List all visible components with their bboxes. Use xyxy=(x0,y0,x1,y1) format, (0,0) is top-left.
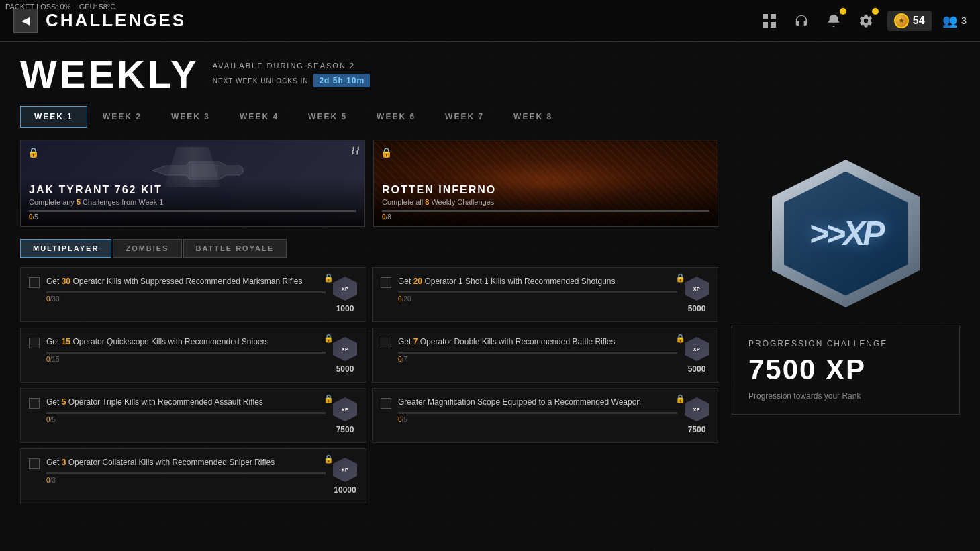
challenge-xp-hex-5: XP xyxy=(333,397,357,421)
player-icon: 👥 xyxy=(942,13,957,28)
mode-tab-zombies[interactable]: ZOMBIES xyxy=(113,239,181,258)
week-tab-3[interactable]: WEEK 3 xyxy=(157,106,224,128)
challenge-xp-hex-1: XP xyxy=(333,277,357,301)
notification-icon[interactable] xyxy=(823,10,844,32)
challenge-xp-value-7: 10000 xyxy=(334,485,356,495)
challenge-info-3: Get 15 Operator Quickscope Kills with Re… xyxy=(46,336,326,363)
back-icon: ◀ xyxy=(21,14,30,27)
mode-tab-multiplayer[interactable]: MULTIPLAYER xyxy=(20,239,111,258)
challenge-progress-bar-6 xyxy=(398,412,677,414)
jak-tyrant-info: JAK TYRANT 762 KIT Complete any 5 Challe… xyxy=(21,177,364,226)
challenge-xp-value-3: 5000 xyxy=(336,364,354,374)
week-tab-2[interactable]: WEEK 2 xyxy=(89,106,156,128)
challenge-info-5: Get 5 Operator Triple Kills with Recomme… xyxy=(46,397,326,423)
challenge-num-7: 3 xyxy=(62,458,66,467)
challenge-progress-text-7: 0/3 xyxy=(46,477,326,484)
challenge-progress-text-2: 0/20 xyxy=(398,295,677,303)
coin-currency[interactable]: ★ 54 xyxy=(887,11,932,31)
main-content: WEEKLY AVAILABLE DURING SEASON 2 NEXT WE… xyxy=(0,42,980,551)
challenge-item-5: Get 5 Operator Triple Kills with Recomme… xyxy=(20,388,366,443)
challenge-xp-hex-2: XP xyxy=(685,277,709,301)
challenge-item-1: Get 30 Operator Kills with Suppressed Re… xyxy=(20,267,366,322)
headphones-icon[interactable] xyxy=(791,10,812,32)
svg-rect-4 xyxy=(191,164,218,177)
jak-tyrant-progress-bar xyxy=(29,210,356,212)
challenge-progress-text-4: 0/7 xyxy=(398,356,677,363)
reward-card-jak-tyrant[interactable]: 🔒 ⌇⌇ JAK TYRANT 762 KIT Complete an xyxy=(20,140,365,227)
challenge-num-5: 5 xyxy=(62,397,66,407)
challenge-xp-badge-5: XP xyxy=(332,397,358,422)
challenge-progress-text-6: 0/5 xyxy=(398,416,677,423)
challenge-checkbox-1[interactable] xyxy=(29,277,40,288)
challenge-progress-text-5: 0/5 xyxy=(46,416,326,423)
svg-rect-0 xyxy=(763,14,768,19)
challenge-checkbox-5[interactable] xyxy=(29,398,40,409)
player-badge[interactable]: 👥 3 xyxy=(942,13,967,28)
challenge-xp-value-2: 5000 xyxy=(688,304,706,313)
inferno-progress-bar xyxy=(382,210,709,212)
challenge-info-4: Get 7 Operator Double Kills with Recomme… xyxy=(398,336,677,363)
hex-inner: >>XP xyxy=(784,172,908,296)
challenge-text-5: Get 5 Operator Triple Kills with Recomme… xyxy=(46,397,326,408)
week-tab-5[interactable]: WEEK 5 xyxy=(294,106,361,128)
challenge-num-1: 30 xyxy=(62,277,70,286)
challenge-xp-hex-6: XP xyxy=(685,397,709,421)
mode-tab-battle-royale[interactable]: BATTLE ROYALE xyxy=(183,239,287,258)
challenge-checkbox-3[interactable] xyxy=(29,338,40,348)
challenge-xp-badge-6: XP xyxy=(684,397,709,422)
gpu-temp: GPU: 58°C xyxy=(79,3,116,11)
progression-card: PROGRESSION CHALLENGE 7500 XP Progressio… xyxy=(732,325,960,415)
topbar: ◀ CHALLENGES xyxy=(0,0,980,42)
challenge-text-2: Get 20 Operator 1 Shot 1 Kills with Reco… xyxy=(398,276,677,287)
progression-xp: 7500 XP xyxy=(748,354,943,386)
week-tab-6[interactable]: WEEK 6 xyxy=(362,106,430,128)
svg-rect-2 xyxy=(763,22,768,28)
xp-emblem-text: >>XP xyxy=(809,214,882,253)
svg-rect-3 xyxy=(771,22,776,28)
inferno-desc: Complete all 8 Weekly Challenges xyxy=(382,198,709,206)
mode-tabs: MULTIPLAYER ZOMBIES BATTLE ROYALE xyxy=(20,239,718,258)
jak-tyrant-badge: ⌇⌇ xyxy=(350,146,359,156)
inferno-info: ROTTEN INFERNO Complete all 8 Weekly Cha… xyxy=(374,177,718,226)
challenge-right-5: XP 7500 xyxy=(332,397,358,434)
challenge-info-7: Get 3 Operator Collateral Kills with Rec… xyxy=(46,457,326,484)
challenge-progress-bar-2 xyxy=(398,291,677,293)
challenge-xp-value-1: 1000 xyxy=(336,304,354,313)
challenge-checkbox-6[interactable] xyxy=(381,398,391,409)
jak-tyrant-num: 5 xyxy=(77,198,81,206)
week-tab-8[interactable]: WEEK 8 xyxy=(499,106,567,128)
challenge-right-6: XP 7500 xyxy=(684,397,709,434)
challenge-right-4: XP 5000 xyxy=(684,336,709,374)
system-bar: PACKET LOSS: 0% GPU: 58°C xyxy=(0,0,121,13)
challenge-progress-bar-1 xyxy=(46,291,326,293)
grid-icon[interactable] xyxy=(758,10,780,32)
challenge-num-4: 7 xyxy=(413,337,418,346)
jak-tyrant-lock-icon: 🔒 xyxy=(28,147,39,158)
hex-outer: >>XP xyxy=(772,160,920,307)
jak-tyrant-name: JAK TYRANT 762 KIT xyxy=(29,184,356,196)
settings-icon[interactable] xyxy=(855,10,877,32)
weekly-title: WEEKLY xyxy=(20,55,199,94)
reward-card-rotten-inferno[interactable]: 🔒 ROTTEN INFERNO Complete all 8 Weekly C… xyxy=(373,140,718,227)
week-tab-7[interactable]: WEEK 7 xyxy=(431,106,498,128)
week-tab-4[interactable]: WEEK 4 xyxy=(226,106,293,128)
challenge-checkbox-4[interactable] xyxy=(381,338,391,348)
challenge-xp-badge-7: XP xyxy=(332,457,358,483)
xp-emblem: >>XP xyxy=(765,153,926,314)
challenge-xp-hex-4: XP xyxy=(685,337,709,361)
challenge-progress-bar-7 xyxy=(46,472,326,474)
challenge-num-3: 15 xyxy=(62,337,70,346)
challenge-grid: Get 30 Operator Kills with Suppressed Re… xyxy=(20,267,718,503)
week-tab-1[interactable]: WEEK 1 xyxy=(20,106,87,128)
jak-tyrant-progress-text: 0/5 xyxy=(29,213,356,221)
challenge-item-6: Greater Magnification Scope Equipped to … xyxy=(372,388,718,443)
challenge-checkbox-7[interactable] xyxy=(29,458,40,469)
challenge-checkbox-2[interactable] xyxy=(381,277,391,288)
challenge-xp-badge-3: XP xyxy=(332,336,358,362)
challenge-progress-text-1: 0/30 xyxy=(46,295,326,303)
progression-label: PROGRESSION CHALLENGE xyxy=(748,339,943,348)
coin-count: 54 xyxy=(913,15,925,27)
inferno-lock-icon: 🔒 xyxy=(381,147,392,158)
content-area: 🔒 ⌇⌇ JAK TYRANT 762 KIT Complete an xyxy=(20,140,960,503)
challenge-item-2: Get 20 Operator 1 Shot 1 Kills with Reco… xyxy=(372,267,718,322)
